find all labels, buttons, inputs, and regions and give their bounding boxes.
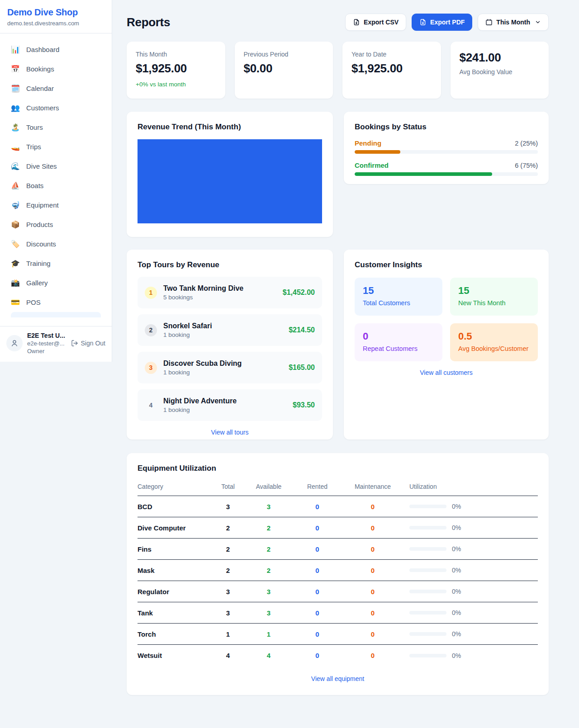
graduation-cap-icon: 🎓 (11, 259, 20, 268)
view-all-customers-link[interactable]: View all customers (355, 369, 538, 376)
tour-bookings: 1 booking (163, 331, 282, 338)
equipment-available: 4 (246, 652, 291, 659)
page-title: Reports (127, 15, 170, 29)
sidebar-item-boats[interactable]: ⛵ Boats (5, 176, 106, 195)
equipment-maintenance: 0 (343, 524, 402, 532)
sidebar-item-dashboard[interactable]: 📊 Dashboard (5, 40, 106, 59)
stat-value: $1,925.00 (351, 61, 432, 76)
equipment-utilization: 0% (402, 545, 538, 553)
sidebar-item-tours[interactable]: 🏝️ Tours (5, 118, 106, 137)
tile-value: 15 (363, 285, 434, 297)
sidebar-item-label: Trips (26, 143, 41, 151)
equipment-maintenance: 0 (343, 588, 402, 596)
period-dropdown[interactable]: This Month (478, 14, 549, 31)
calendar-icon: 🗓️ (11, 84, 20, 93)
sidebar-item-training[interactable]: 🎓 Training (5, 254, 106, 273)
sidebar-item-pos[interactable]: 💳 POS (5, 293, 106, 312)
status-row-pending: Pending 2 (25%) (355, 139, 538, 154)
sidebar-nav: 📊 Dashboard 📅 Bookings 🗓️ Calendar 👥 Cus… (0, 33, 112, 326)
sidebar-item-trips[interactable]: 🚤 Trips (5, 137, 106, 156)
sidebar-item-customers[interactable]: 👥 Customers (5, 98, 106, 118)
tour-list-item[interactable]: 3 Discover Scuba Diving 1 booking $165.0… (138, 352, 322, 383)
stat-value: $1,925.00 (136, 61, 216, 76)
export-pdf-button[interactable]: Export PDF (412, 14, 472, 31)
bookings-by-status-title: Bookings by Status (355, 123, 538, 132)
sidebar-item-equipment[interactable]: 🤿 Equipment (5, 195, 106, 215)
top-tours-title: Top Tours by Revenue (138, 260, 322, 269)
sidebar-active-item-partial[interactable] (11, 312, 101, 317)
bookings-calendar-icon: 📅 (11, 65, 20, 73)
sidebar-item-label: Tours (26, 123, 43, 131)
rank-badge: 1 (145, 287, 157, 299)
sidebar-item-label: Discounts (26, 240, 56, 248)
top-tours-card: Top Tours by Revenue 1 Two Tank Morning … (127, 250, 333, 440)
equipment-rented: 0 (291, 524, 343, 532)
stat-value: $241.00 (460, 51, 540, 65)
tile-label: Repeat Customers (363, 345, 434, 352)
export-pdf-label: Export PDF (430, 19, 465, 26)
tour-list: 1 Two Tank Morning Dive 5 bookings $1,45… (138, 277, 322, 421)
table-row: BCD 3 3 0 0 0% (138, 496, 538, 517)
sidebar-item-label: Training (26, 260, 51, 267)
view-all-tours-link[interactable]: View all tours (138, 429, 322, 436)
tour-list-item[interactable]: 2 Snorkel Safari 1 booking $214.50 (138, 314, 322, 346)
column-header-available: Available (246, 483, 291, 490)
sidebar-item-label: Boats (26, 182, 43, 189)
equipment-maintenance: 0 (343, 567, 402, 574)
utilization-percent: 0% (452, 567, 461, 574)
page-header: Reports Export CSV Export PDF This Month (127, 14, 549, 31)
equipment-total: 2 (210, 545, 246, 553)
equipment-category: Fins (138, 545, 210, 553)
sidebar-item-calendar[interactable]: 🗓️ Calendar (5, 79, 106, 98)
equipment-utilization: 0% (402, 652, 538, 659)
sign-out-button[interactable]: Sign Out (71, 340, 105, 347)
main-content: Reports Export CSV Export PDF This Month… (112, 0, 579, 713)
revenue-trend-title: Revenue Trend (This Month) (138, 123, 322, 132)
credit-card-icon: 💳 (11, 298, 20, 307)
sidebar-item-dive-sites[interactable]: 🌊 Dive Sites (5, 156, 106, 176)
equipment-rented: 0 (291, 588, 343, 596)
equipment-available: 2 (246, 545, 291, 553)
tour-name: Discover Scuba Diving (163, 359, 282, 368)
utilization-bar (409, 611, 446, 615)
sidebar: Demo Dive Shop demo.test.divestreams.com… (0, 0, 112, 362)
equipment-category: Dive Computer (138, 524, 210, 532)
table-row: Tank 3 3 0 0 0% (138, 602, 538, 624)
stat-card-year-to-date: Year to Date $1,925.00 (342, 42, 441, 99)
package-icon: 📦 (11, 220, 20, 229)
table-row: Fins 2 2 0 0 0% (138, 539, 538, 560)
sidebar-item-label: Calendar (26, 85, 54, 92)
sidebar-item-gallery[interactable]: 📸 Gallery (5, 273, 106, 293)
sidebar-item-products[interactable]: 📦 Products (5, 215, 106, 234)
sidebar-item-discounts[interactable]: 🏷️ Discounts (5, 234, 106, 254)
header-actions: Export CSV Export PDF This Month (345, 14, 549, 31)
equipment-available: 2 (246, 567, 291, 574)
equipment-category: Tank (138, 609, 210, 617)
equipment-total: 2 (210, 524, 246, 532)
tile-label: Total Customers (363, 299, 434, 307)
table-header: Category Total Available Rented Maintena… (138, 483, 538, 496)
view-all-equipment-link[interactable]: View all equipment (138, 675, 538, 682)
tour-name: Night Dive Adventure (163, 397, 286, 405)
equipment-category: Wetsuit (138, 652, 210, 659)
tile-value: 0.5 (458, 331, 530, 342)
utilization-bar (409, 526, 446, 529)
tour-bookings: 1 booking (163, 369, 282, 376)
sidebar-item-bookings[interactable]: 📅 Bookings (5, 59, 106, 79)
status-count: 2 (25%) (515, 140, 538, 147)
column-header-utilization: Utilization (402, 483, 538, 490)
tile-new-this-month: 15 New This Month (450, 278, 538, 316)
equipment-rented: 0 (291, 609, 343, 617)
sidebar-footer: E2E Test U... e2e-tester@... Owner Sign … (0, 326, 112, 362)
tour-list-item[interactable]: 1 Two Tank Morning Dive 5 bookings $1,45… (138, 277, 322, 308)
rank-badge: 2 (145, 324, 157, 336)
stat-label: Avg Booking Value (460, 68, 540, 76)
chevron-down-icon (535, 19, 541, 25)
stat-label: This Month (136, 51, 216, 58)
customer-insights-card: Customer Insights 15 Total Customers 15 … (344, 250, 549, 440)
tour-name: Snorkel Safari (163, 322, 282, 330)
export-csv-button[interactable]: Export CSV (345, 14, 406, 31)
tour-list-item[interactable]: 4 Night Dive Adventure 1 booking $93.50 (138, 389, 322, 421)
status-count: 6 (75%) (515, 162, 538, 169)
equipment-maintenance: 0 (343, 630, 402, 638)
